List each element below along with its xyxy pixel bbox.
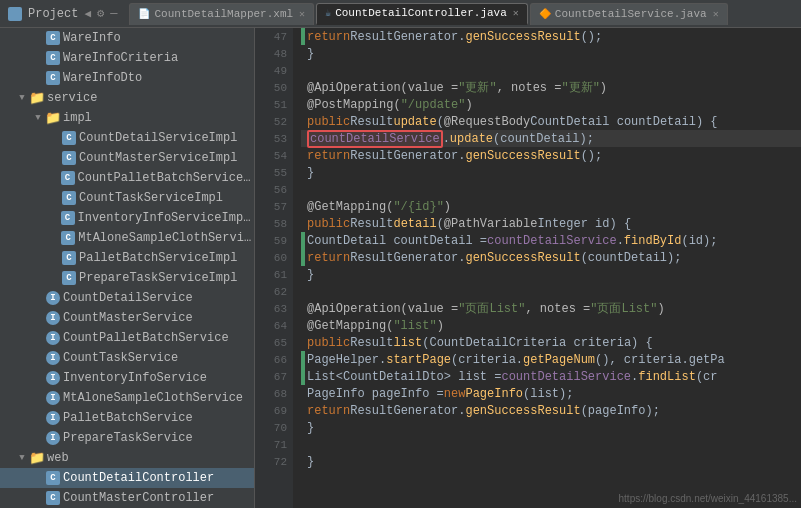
arrow-icon	[48, 232, 59, 244]
tab-close-icon[interactable]: ✕	[513, 7, 519, 19]
arrow-icon: ▼	[16, 92, 28, 104]
tab-close-icon[interactable]: ✕	[299, 8, 305, 20]
tree-item-palletbatchserviceimpl[interactable]: C PalletBatchServiceImpl	[0, 248, 254, 268]
arrow-icon	[32, 352, 44, 364]
collapse-icon[interactable]: ◀	[84, 7, 91, 20]
title-bar: Project ◀ ⚙ — 📄 CountDetailMapper.xml ✕ …	[0, 0, 801, 28]
tree-label: web	[47, 451, 69, 465]
line-num-47: 47	[255, 28, 293, 45]
line-num-54: 54	[255, 147, 293, 164]
class-icon: C	[62, 271, 76, 285]
line-num-72: 72	[255, 453, 293, 470]
tree-item-counttaskserviceimpl[interactable]: C CountTaskServiceImpl	[0, 188, 254, 208]
minus-icon[interactable]: —	[110, 7, 117, 21]
arrow-icon: ▼	[32, 112, 44, 124]
code-line-65: public Result list (CountDetailCriteria …	[301, 334, 801, 351]
line-num-68: 68	[255, 385, 293, 402]
code-line-51: @PostMapping( "/update" )	[301, 96, 801, 113]
tab-service-java[interactable]: 🔶 CountDetailService.java ✕	[530, 3, 728, 25]
tree-item-impl[interactable]: ▼ 📁 impl	[0, 108, 254, 128]
line-num-70: 70	[255, 419, 293, 436]
tab-label: CountDetailService.java	[555, 8, 707, 20]
arrow-icon	[48, 212, 59, 224]
tab-mapper-xml[interactable]: 📄 CountDetailMapper.xml ✕	[129, 3, 314, 25]
tab-controller-java[interactable]: ☕ CountDetailController.java ✕	[316, 3, 528, 25]
tree-item-wareinfodto[interactable]: C WareInfoDto	[0, 68, 254, 88]
arrow-icon	[48, 252, 60, 264]
highlighted-service-call: countDetailService	[307, 130, 443, 148]
tree-label: CountTaskService	[63, 351, 178, 365]
interface-icon: I	[46, 411, 60, 425]
tree-item-preparetaskservice[interactable]: I PrepareTaskService	[0, 428, 254, 448]
tree-item-mtalonesampleclothservice[interactable]: I MtAloneSampleClothService	[0, 388, 254, 408]
code-line-70: }	[301, 419, 801, 436]
class-icon: C	[62, 131, 76, 145]
settings-icon[interactable]: ⚙	[97, 6, 104, 21]
code-line-47: return ResultGenerator. genSuccessResult…	[301, 28, 801, 45]
folder-icon: 📁	[46, 111, 60, 125]
xml-icon: 📄	[138, 8, 150, 20]
tree-item-inventoryinfoservice[interactable]: I InventoryInfoService	[0, 368, 254, 388]
line-num-58: 58	[255, 215, 293, 232]
code-line-62	[301, 283, 801, 300]
tree-item-wareinfocriteria[interactable]: C WareInfoCriteria	[0, 48, 254, 68]
tree-label: InventoryInfoService	[63, 371, 207, 385]
tree-item-service[interactable]: ▼ 📁 service	[0, 88, 254, 108]
project-label: Project	[28, 7, 78, 21]
interface-icon: I	[46, 351, 60, 365]
arrow-icon	[48, 272, 60, 284]
tree-label: CountDetailController	[63, 471, 214, 485]
editor-tabs: 📄 CountDetailMapper.xml ✕ ☕ CountDetailC…	[129, 3, 727, 25]
tree-item-countmastercontroller[interactable]: C CountMasterController	[0, 488, 254, 508]
folder-icon: 📁	[30, 91, 44, 105]
class-icon: C	[46, 51, 60, 65]
code-area: 47 48 49 50 51 52 53 54 55 56 57 58 59 6…	[255, 28, 801, 508]
tab-close-icon[interactable]: ✕	[713, 8, 719, 20]
tree-item-countdetailcontroller[interactable]: C CountDetailController	[0, 468, 254, 488]
tree-label: impl	[63, 111, 92, 125]
arrow-icon	[32, 392, 44, 404]
line-num-50: 50	[255, 79, 293, 96]
main-area: C WareInfo C WareInfoCriteria C WareInfo…	[0, 28, 801, 508]
interface-icon: I	[46, 391, 60, 405]
arrow-icon	[48, 192, 60, 204]
code-line-61: }	[301, 266, 801, 283]
tree-label: PalletBatchService	[63, 411, 193, 425]
arrow-icon	[32, 412, 44, 424]
tree-item-countdetailservice[interactable]: I CountDetailService	[0, 288, 254, 308]
line-num-53: 53	[255, 130, 293, 147]
tree-item-countmasterserviceimpl[interactable]: C CountMasterServiceImpl	[0, 148, 254, 168]
tree-label: CountMasterController	[63, 491, 214, 505]
tree-label: CountDetailService	[63, 291, 193, 305]
code-line-49	[301, 62, 801, 79]
project-sidebar[interactable]: C WareInfo C WareInfoCriteria C WareInfo…	[0, 28, 255, 508]
tree-item-countpalletbatchservice[interactable]: I CountPalletBatchService	[0, 328, 254, 348]
tree-item-web[interactable]: ▼ 📁 web	[0, 448, 254, 468]
tab-label: CountDetailController.java	[335, 7, 507, 19]
tree-item-mtalonesampleclothserv[interactable]: C MtAloneSampleClothServi...	[0, 228, 254, 248]
tree-label: service	[47, 91, 97, 105]
line-num-52: 52	[255, 113, 293, 130]
code-line-63: @ApiOperation(value = "页面List" , notes =…	[301, 300, 801, 317]
tree-item-counttaskservice[interactable]: I CountTaskService	[0, 348, 254, 368]
interface-icon: I	[46, 311, 60, 325]
tree-item-countpalletbatchserviceimpl[interactable]: C CountPalletBatchServiceIm...	[0, 168, 254, 188]
tree-item-preparetaskserviceimpl[interactable]: C PrepareTaskServiceImpl	[0, 268, 254, 288]
line-numbers: 47 48 49 50 51 52 53 54 55 56 57 58 59 6…	[255, 28, 293, 508]
tree-label: MtAloneSampleClothService	[63, 391, 243, 405]
tree-label: InventoryInfoServiceImple...	[78, 211, 255, 225]
line-num-63: 63	[255, 300, 293, 317]
line-num-71: 71	[255, 436, 293, 453]
arrow-icon	[32, 472, 44, 484]
class-icon: C	[62, 151, 76, 165]
code-lines: return ResultGenerator. genSuccessResult…	[293, 28, 801, 508]
tree-label: CountDetailServiceImpl	[79, 131, 237, 145]
code-editor[interactable]: 47 48 49 50 51 52 53 54 55 56 57 58 59 6…	[255, 28, 801, 508]
tree-item-wareinfo[interactable]: C WareInfo	[0, 28, 254, 48]
line-num-51: 51	[255, 96, 293, 113]
tree-item-countdetailserviceimpl[interactable]: C CountDetailServiceImpl	[0, 128, 254, 148]
tree-item-inventoryinfoserviceimpl[interactable]: C InventoryInfoServiceImple...	[0, 208, 254, 228]
tree-item-countmasterservice[interactable]: I CountMasterService	[0, 308, 254, 328]
tree-item-palletbatchservice[interactable]: I PalletBatchService	[0, 408, 254, 428]
line-num-66: 66	[255, 351, 293, 368]
